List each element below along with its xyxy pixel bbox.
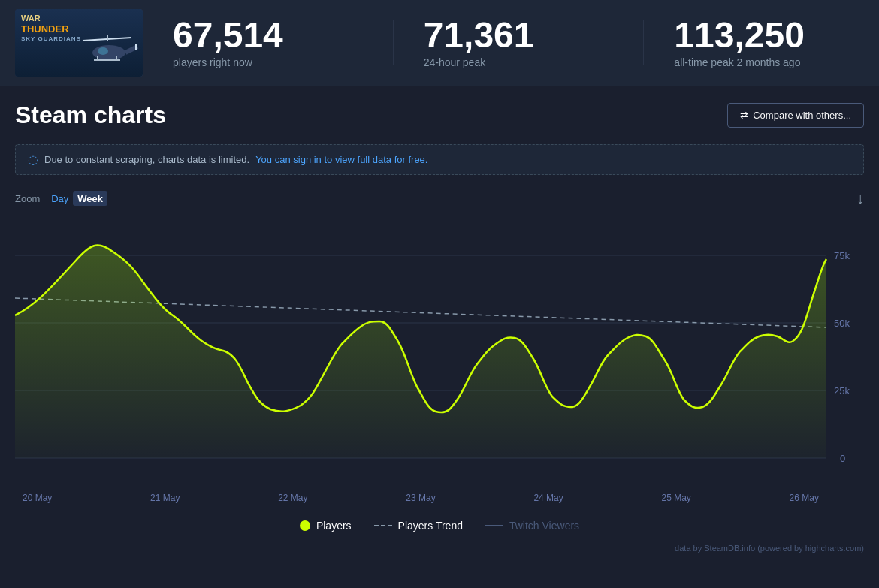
twitch-legend-label: Twitch Viewers bbox=[509, 520, 579, 532]
notice-text: Due to constant scraping, charts data is… bbox=[44, 154, 249, 165]
x-label-3: 23 May bbox=[406, 493, 435, 503]
zoom-week-button[interactable]: Week bbox=[73, 191, 107, 206]
players-dot bbox=[300, 520, 310, 531]
x-label-6: 26 May bbox=[790, 493, 819, 503]
x-label-4: 24 May bbox=[533, 493, 563, 503]
legend-players: Players bbox=[300, 520, 352, 532]
svg-point-4 bbox=[98, 47, 108, 55]
stat-divider-1 bbox=[393, 20, 394, 65]
x-label-0: 20 May bbox=[23, 493, 52, 503]
chart-legend: Players Players Trend Twitch Viewers bbox=[15, 512, 864, 539]
zoom-label: Zoom bbox=[15, 193, 40, 204]
stat-current-players: 67,514 players right now bbox=[173, 17, 363, 68]
svg-text:0: 0 bbox=[840, 453, 845, 464]
download-icon[interactable]: ↓ bbox=[856, 190, 864, 207]
current-players-label: players right now bbox=[173, 56, 252, 68]
chart-container: 75k 50k 25k 0 bbox=[15, 210, 864, 481]
section-header: Steam charts ⇄ Compare with others... bbox=[15, 101, 864, 129]
header-bar: WAR THUNDER SKY GUARDIANS bbox=[0, 0, 879, 86]
all-time-peak-value: 113,250 bbox=[674, 17, 805, 53]
current-players-value: 67,514 bbox=[173, 17, 283, 53]
section-title: Steam charts bbox=[15, 101, 166, 129]
peak-24h-label: 24-hour peak bbox=[424, 56, 486, 68]
trend-legend-label: Players Trend bbox=[398, 520, 463, 532]
peak-24h-value: 71,361 bbox=[424, 17, 534, 53]
compare-button[interactable]: ⇄ Compare with others... bbox=[727, 103, 864, 128]
svg-text:25k: 25k bbox=[834, 385, 850, 397]
players-legend-label: Players bbox=[316, 520, 352, 532]
data-credit: data by SteamDB.info (powered by highcha… bbox=[0, 539, 879, 557]
trend-line-icon bbox=[374, 525, 392, 526]
svg-text:75k: 75k bbox=[834, 250, 850, 261]
stat-all-time-peak: 113,250 all-time peak 2 months ago bbox=[674, 17, 864, 68]
x-label-2: 22 May bbox=[278, 493, 307, 503]
x-label-1: 21 May bbox=[150, 493, 180, 503]
notice-icon: ◌ bbox=[28, 152, 38, 167]
zoom-controls: Zoom Day Week ↓ bbox=[15, 187, 864, 210]
signin-link[interactable]: You can sign in to view full data for fr… bbox=[255, 154, 427, 165]
main-content: Steam charts ⇄ Compare with others... ◌ … bbox=[0, 86, 879, 539]
compare-icon: ⇄ bbox=[740, 110, 748, 121]
compare-label: Compare with others... bbox=[753, 110, 851, 121]
chart-svg: 75k 50k 25k 0 bbox=[15, 210, 864, 481]
helicopter-icon bbox=[79, 32, 139, 69]
x-axis-labels: 20 May 21 May 22 May 23 May 24 May 25 Ma… bbox=[15, 488, 864, 508]
x-label-5: 25 May bbox=[661, 493, 690, 503]
legend-trend: Players Trend bbox=[374, 520, 463, 532]
game-banner: WAR THUNDER SKY GUARDIANS bbox=[15, 9, 143, 77]
stat-divider-2 bbox=[643, 20, 644, 65]
twitch-line-icon bbox=[485, 525, 503, 526]
svg-text:50k: 50k bbox=[834, 318, 850, 329]
all-time-peak-label: all-time peak 2 months ago bbox=[674, 56, 800, 68]
scraping-notice: ◌ Due to constant scraping, charts data … bbox=[15, 144, 864, 175]
stat-24h-peak: 71,361 24-hour peak bbox=[424, 17, 614, 68]
zoom-day-button[interactable]: Day bbox=[47, 191, 73, 206]
legend-twitch: Twitch Viewers bbox=[485, 520, 579, 532]
